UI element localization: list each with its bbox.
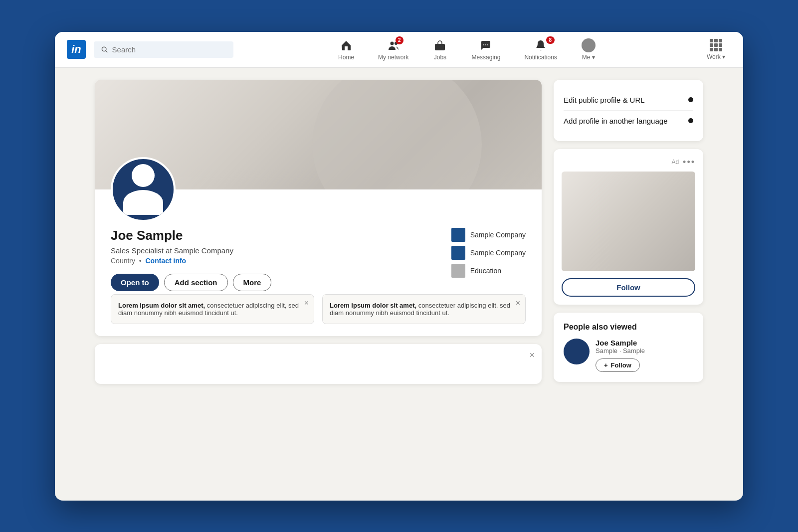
profile-meta: Country • Contact info: [111, 257, 431, 265]
browser-window: in Home: [55, 32, 743, 501]
more-button[interactable]: More: [233, 274, 272, 291]
nav-work-label: Work ▾: [707, 53, 725, 60]
svg-point-6: [483, 44, 484, 45]
svg-point-8: [487, 44, 488, 45]
svg-point-3: [390, 41, 394, 45]
work-grid-icon: [710, 39, 722, 51]
contact-info-link[interactable]: Contact info: [146, 257, 187, 265]
svg-point-0: [102, 47, 106, 51]
company-name-3: Education: [470, 267, 501, 275]
profile-card: Joe Sample Sales Specialist at Sample Co…: [95, 80, 542, 336]
profile-links-card: Edit public profile & URL Add profile in…: [554, 80, 703, 141]
notif-card-2-close[interactable]: ×: [516, 299, 520, 308]
linkedin-logo[interactable]: in: [67, 40, 86, 59]
avatar-body: [123, 190, 163, 215]
company-icon-1: [451, 228, 465, 242]
pav-person: Joe Sample Sample · Sample + Follow: [564, 339, 693, 372]
nav-messaging-label: Messaging: [471, 54, 500, 61]
avatar-person: [123, 164, 163, 215]
my-network-icon: 2: [387, 38, 400, 52]
profile-details: Joe Sample Sales Specialist at Sample Co…: [111, 228, 431, 291]
notif-card-1-bold: Lorem ipsum dolor sit amet,: [118, 302, 205, 309]
company-list: Sample Company Sample Company Education: [451, 228, 526, 291]
ad-image: [562, 172, 695, 271]
notifications-badge: 8: [546, 36, 555, 44]
nav-work[interactable]: Work ▾: [701, 37, 731, 62]
edit-profile-url-label: Edit public profile & URL: [564, 96, 645, 104]
nav-my-network[interactable]: 2 My network: [368, 36, 418, 63]
nav-my-network-label: My network: [378, 54, 408, 61]
company-icon-2: [451, 246, 465, 260]
my-network-badge: 2: [396, 36, 403, 44]
company-icon-3: [451, 264, 465, 278]
messaging-icon: [479, 38, 493, 52]
search-input[interactable]: [112, 45, 226, 54]
open-to-button[interactable]: Open to: [111, 274, 159, 291]
bottom-card: ×: [95, 344, 542, 384]
svg-point-7: [485, 44, 486, 45]
add-language-profile-item[interactable]: Add profile in another language: [564, 111, 693, 131]
navbar: in Home: [55, 32, 743, 68]
main-content: Joe Sample Sales Specialist at Sample Co…: [55, 68, 743, 396]
notif-card-2: × Lorem ipsum dolor sit amet, consectetu…: [322, 294, 526, 324]
notif-card-1: × Lorem ipsum dolor sit amet, consectetu…: [111, 294, 314, 324]
right-panel: Edit public profile & URL Add profile in…: [554, 80, 703, 384]
nav-home-label: Home: [338, 54, 354, 61]
svg-line-1: [106, 51, 107, 52]
nav-center: Home 2 My network: [241, 36, 693, 63]
notifications-icon: 8: [534, 38, 548, 52]
left-panel: Joe Sample Sales Specialist at Sample Co…: [95, 80, 542, 384]
banner-decoration: [312, 80, 482, 189]
search-icon: [101, 45, 108, 53]
company-item-3[interactable]: Education: [451, 264, 526, 278]
nav-messaging[interactable]: Messaging: [461, 36, 510, 63]
nav-notifications-label: Notifications: [524, 54, 557, 61]
notif-cards: × Lorem ipsum dolor sit amet, consectetu…: [111, 294, 526, 324]
people-also-viewed-card: People also viewed Joe Sample Sample · S…: [554, 313, 703, 382]
ad-card: Ad ••• Follow: [554, 149, 703, 305]
nav-right: Work ▾: [701, 37, 731, 62]
home-icon: [339, 38, 353, 52]
nav-notifications[interactable]: 8 Notifications: [514, 36, 567, 63]
bottom-card-close[interactable]: ×: [529, 350, 535, 360]
add-language-label: Add profile in another language: [564, 117, 668, 125]
nav-jobs[interactable]: Jobs: [422, 36, 457, 63]
edit-profile-url-item[interactable]: Edit public profile & URL: [564, 90, 693, 111]
people-also-viewed-title: People also viewed: [564, 323, 693, 332]
ad-follow-button[interactable]: Follow: [562, 278, 695, 297]
me-avatar: [582, 38, 596, 52]
add-language-dot: [688, 118, 693, 123]
pav-meta: Sample · Sample: [596, 347, 693, 355]
pav-follow-plus: +: [604, 361, 608, 369]
pav-avatar: [564, 339, 590, 364]
company-item-1[interactable]: Sample Company: [451, 228, 526, 242]
nav-me[interactable]: Me ▾: [571, 36, 606, 63]
pav-follow-button[interactable]: + Follow: [596, 358, 640, 372]
pav-follow-label: Follow: [611, 361, 631, 369]
avatar-head: [132, 164, 155, 187]
ad-label: Ad: [671, 159, 679, 166]
nav-home[interactable]: Home: [328, 36, 364, 63]
pav-info: Joe Sample Sample · Sample + Follow: [596, 339, 693, 372]
add-section-button[interactable]: Add section: [164, 274, 228, 291]
nav-me-label: Me ▾: [582, 54, 595, 61]
nav-jobs-label: Jobs: [434, 54, 446, 61]
company-item-2[interactable]: Sample Company: [451, 246, 526, 260]
jobs-icon: [433, 38, 447, 52]
ad-options[interactable]: •••: [683, 157, 695, 168]
company-name-2: Sample Company: [470, 249, 526, 257]
ad-header: Ad •••: [562, 157, 695, 168]
profile-actions: Open to Add section More: [111, 274, 431, 291]
profile-info: Joe Sample Sales Specialist at Sample Co…: [111, 228, 526, 291]
svg-rect-2: [345, 46, 348, 50]
search-bar[interactable]: [94, 41, 233, 58]
profile-headline: Sales Specialist at Sample Company: [111, 246, 431, 255]
pav-name: Joe Sample: [596, 339, 693, 347]
notif-card-2-bold: Lorem ipsum dolor sit amet,: [330, 302, 416, 309]
edit-profile-url-dot: [688, 97, 693, 102]
svg-rect-5: [435, 44, 445, 50]
profile-name: Joe Sample: [111, 228, 431, 243]
company-name-1: Sample Company: [470, 231, 526, 239]
notif-card-1-close[interactable]: ×: [304, 299, 309, 308]
profile-avatar: [111, 157, 176, 222]
